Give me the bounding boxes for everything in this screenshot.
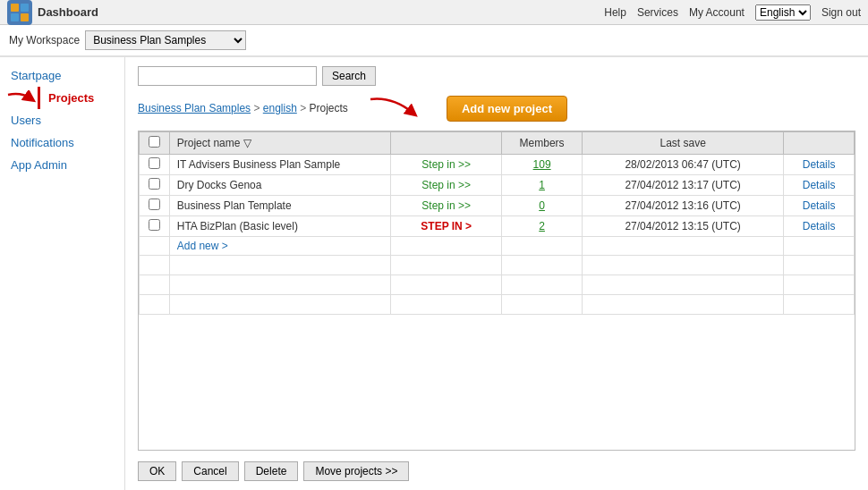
project-name-cell: IT Advisers Business Plan Sample: [169, 155, 391, 175]
action-cell: Step in >>: [391, 196, 502, 216]
step-in-link[interactable]: Step in >>: [421, 199, 471, 212]
action-cell: Step in >>: [391, 155, 502, 175]
details-link[interactable]: Details: [803, 179, 836, 191]
svg-rect-2: [11, 13, 19, 21]
workspace-dropdown[interactable]: Business Plan Samples: [85, 30, 246, 50]
sidebar-item-appadmin[interactable]: App Admin: [0, 154, 124, 176]
search-row: Search: [138, 66, 855, 86]
breadcrumb-page-link[interactable]: english: [263, 102, 297, 114]
col-details: [784, 132, 855, 155]
project-table-wrapper: Project name ▽ Members Last save IT Advi…: [138, 131, 855, 451]
members-link[interactable]: 1: [539, 179, 545, 191]
members-cell: 2: [502, 216, 583, 237]
add-new-project-button[interactable]: Add new project: [447, 96, 567, 122]
search-input[interactable]: [138, 66, 317, 86]
project-table: Project name ▽ Members Last save IT Advi…: [139, 131, 855, 315]
empty-row: [140, 275, 855, 295]
delete-button[interactable]: Delete: [244, 461, 299, 481]
details-link[interactable]: Details: [803, 199, 836, 212]
members-cell: 1: [502, 175, 583, 196]
col-members: Members: [502, 132, 583, 155]
breadcrumb-current: Projects: [310, 102, 348, 114]
project-name-cell: Dry Docks Genoa: [169, 175, 391, 196]
bottom-bar: OK Cancel Delete Move projects >>: [138, 456, 855, 481]
myaccount-link[interactable]: My Account: [689, 6, 745, 19]
details-cell: Details: [784, 216, 855, 237]
workspace-bar: My Workspace Business Plan Samples: [0, 25, 868, 57]
svg-rect-1: [21, 4, 29, 12]
breadcrumb: Business Plan Samples > english > Projec…: [138, 102, 348, 114]
row-checkbox[interactable]: [149, 219, 160, 231]
details-cell: Details: [784, 196, 855, 216]
col-action: [391, 132, 502, 155]
col-checkbox: [140, 132, 170, 155]
svg-rect-3: [21, 13, 29, 21]
add-new-members-cell: [502, 237, 583, 256]
table-body: IT Advisers Business Plan Sample Step in…: [140, 155, 855, 315]
row-checkbox-cell: [140, 175, 170, 196]
svg-rect-0: [11, 4, 19, 12]
topbar-right: Help Services My Account English Sign ou…: [604, 4, 861, 21]
app-logo: [7, 0, 32, 25]
help-link[interactable]: Help: [604, 6, 626, 19]
dashboard-label[interactable]: Dashboard: [38, 5, 98, 19]
sidebar-item-projects[interactable]: Projects: [38, 87, 105, 109]
row-checkbox[interactable]: [149, 178, 160, 190]
col-last-save: Last save: [583, 132, 784, 155]
breadcrumb-sep2: >: [300, 102, 306, 114]
action-cell: Step in >>: [391, 175, 502, 196]
table-row: Dry Docks Genoa Step in >> 1 27/04/2012 …: [140, 175, 855, 196]
step-in-link[interactable]: STEP IN >: [421, 220, 472, 232]
sidebar-item-startpage[interactable]: Startpage: [0, 64, 124, 87]
project-name-cell: HTA BizPlan (Basic level): [169, 216, 391, 237]
move-projects-button[interactable]: Move projects >>: [303, 461, 409, 481]
step-in-link[interactable]: Step in >>: [421, 158, 471, 171]
workspace-label: My Workspace: [9, 34, 80, 46]
members-link[interactable]: 109: [533, 158, 551, 171]
lastsave-cell: 27/04/2012 13:16 (UTC): [583, 196, 784, 216]
project-name-cell: Business Plan Template: [169, 196, 391, 216]
sidebar-item-users[interactable]: Users: [0, 109, 124, 131]
topbar-left: Dashboard: [7, 0, 98, 25]
search-button[interactable]: Search: [322, 66, 376, 86]
row-checkbox-cell: [140, 196, 170, 216]
content-area: Search Business Plan Samples > english >…: [125, 57, 868, 490]
breadcrumb-sep1: >: [253, 102, 260, 114]
row-checkbox[interactable]: [149, 157, 160, 169]
members-cell: 109: [502, 155, 583, 175]
details-link[interactable]: Details: [803, 158, 836, 171]
services-link[interactable]: Services: [637, 6, 678, 19]
add-new-action-cell: [391, 237, 502, 256]
add-new-cell: Add new >: [169, 237, 391, 256]
ok-button[interactable]: OK: [138, 461, 176, 481]
add-new-checkbox-cell: [140, 237, 170, 256]
empty-row: [140, 256, 855, 275]
language-selector[interactable]: English: [755, 4, 811, 21]
topbar: Dashboard Help Services My Account Engli…: [0, 0, 868, 25]
add-new-row: Add new >: [140, 237, 855, 256]
breadcrumb-row: Business Plan Samples > english > Projec…: [138, 95, 855, 122]
details-link[interactable]: Details: [803, 220, 836, 232]
language-dropdown[interactable]: English: [755, 4, 811, 21]
arrow-to-add-project: [366, 95, 420, 122]
action-cell: STEP IN >: [391, 216, 502, 237]
col-project-name[interactable]: Project name ▽: [169, 132, 391, 155]
lastsave-cell: 27/04/2012 13:17 (UTC): [583, 175, 784, 196]
row-checkbox[interactable]: [149, 199, 160, 210]
row-checkbox-cell: [140, 216, 170, 237]
signout-link[interactable]: Sign out: [821, 6, 861, 19]
breadcrumb-workspace-link[interactable]: Business Plan Samples: [138, 102, 251, 114]
step-in-link[interactable]: Step in >>: [421, 179, 471, 191]
add-new-details-cell: [784, 237, 855, 256]
members-link[interactable]: 2: [539, 220, 545, 232]
members-cell: 0: [502, 196, 583, 216]
lastsave-cell: 28/02/2013 06:47 (UTC): [583, 155, 784, 175]
members-link[interactable]: 0: [539, 199, 545, 212]
arrow-to-projects: [4, 90, 36, 106]
cancel-button[interactable]: Cancel: [182, 461, 238, 481]
sidebar-item-notifications[interactable]: Notifications: [0, 131, 124, 154]
add-new-link[interactable]: Add new >: [177, 240, 228, 252]
details-cell: Details: [784, 175, 855, 196]
sidebar: Startpage Projects Users Notifications A…: [0, 57, 125, 490]
select-all-checkbox[interactable]: [149, 136, 160, 148]
